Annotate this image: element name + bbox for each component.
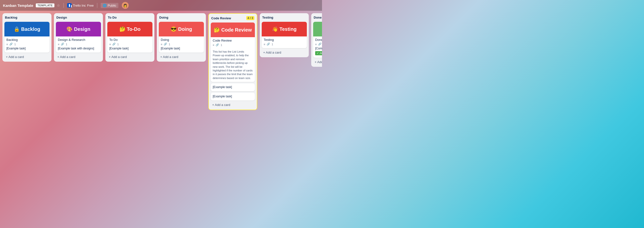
card-test-1[interactable]: 👋 TestingTesting≡🔗1: [262, 22, 307, 48]
lines-icon: ≡: [213, 44, 214, 46]
attachment-count: 1: [272, 43, 273, 46]
header: Kanban Template TEMPLATE ☆ Trello Inc Fr…: [0, 0, 322, 11]
card-cover-backlog-1: 🔒 Backlog: [4, 22, 50, 36]
card-body-cr-1: Code Review≡🔗1: [211, 37, 255, 49]
star-icon[interactable]: ☆: [57, 3, 60, 7]
column-doing: Doing😎 DoingDoing≡🔗1[Example task]+ Add …: [157, 13, 206, 62]
card-body-todo-1: To Do≡🔗1[Example task]: [107, 36, 152, 53]
visibility-label: Public: [108, 4, 116, 7]
add-card-button-testing[interactable]: + Add a card: [262, 50, 307, 55]
card-meta-todo-1: ≡🔗1: [109, 43, 150, 46]
card-body-cr-3: [Example task]: [211, 93, 255, 101]
lines-icon: ≡: [161, 43, 162, 46]
card-cr-2[interactable]: [Example task]: [211, 83, 255, 91]
paperclip-icon: 🔗: [216, 43, 219, 46]
card-desc-cr-1: This list has the List Limits Power-up e…: [211, 49, 255, 82]
column-header-testing: Testing: [262, 15, 307, 20]
add-card-button-done[interactable]: + Add a card: [313, 59, 322, 65]
card-cover-todo-1: 🤔 To-Do: [107, 22, 152, 36]
card-doing-1[interactable]: 😎 DoingDoing≡🔗1[Example task]: [159, 22, 204, 53]
card-cover-test-1: 👋 Testing: [262, 22, 307, 36]
card-name-todo-1: To Do: [109, 38, 150, 42]
lines-icon: ≡: [58, 43, 59, 46]
card-footer-done-1: [Completed task]: [315, 46, 322, 51]
workspace-info: Trello Inc Free: [67, 3, 94, 7]
card-meta-backlog-1: ≡🔗1: [6, 43, 48, 46]
card-body-test-1: Testing≡🔗1: [262, 36, 307, 48]
column-todo: To Do🤔 To-DoTo Do≡🔗1[Example task]+ Add …: [105, 13, 154, 62]
card-meta-doing-1: ≡🔗1: [161, 43, 202, 46]
column-header-design: Design: [56, 15, 101, 20]
card-cover-done-1: 🎉 Done: [313, 22, 322, 36]
column-title-doing: Doing: [159, 16, 168, 19]
card-design-1[interactable]: 🎨 DesignDesign & Research≡🔗1[Example tas…: [56, 22, 101, 53]
attachment-count: 1: [117, 43, 118, 46]
column-title-backlog: Backlog: [5, 16, 18, 19]
add-card-button-doing[interactable]: + Add a card: [159, 54, 204, 60]
board: Backlog🔒 BacklogBacklog≡🔗1[Example task]…: [0, 11, 322, 114]
trello-logo: [67, 3, 72, 7]
card-footer-cr-2: [Example task]: [213, 85, 253, 89]
card-todo-1[interactable]: 🤔 To-DoTo Do≡🔗1[Example task]: [107, 22, 152, 53]
card-footer-cr-3: [Example task]: [213, 94, 253, 99]
divider2: [97, 3, 97, 8]
card-body-backlog-1: Backlog≡🔗1[Example task]: [4, 36, 50, 53]
card-body-doing-1: Doing≡🔗1[Example task]: [159, 36, 204, 53]
card-footer-design-1: [Example task with designs]: [58, 46, 99, 51]
card-meta-design-1: ≡🔗1: [58, 43, 99, 46]
card-cover-design-1: 🎨 Design: [56, 22, 101, 36]
lines-icon: ≡: [315, 43, 316, 46]
column-title-testing: Testing: [262, 16, 273, 19]
paperclip-icon: 🔗: [61, 43, 64, 46]
column-done: Done 🎉🎉 DoneDone≡🔗2[Completed task]✓ Jan…: [311, 13, 322, 67]
card-cr-1[interactable]: 🤔 Code ReviewCode Review≡🔗1This list has…: [211, 22, 255, 82]
plan-badge: Free: [87, 4, 94, 7]
card-name-doing-1: Doing: [161, 38, 202, 42]
avatar[interactable]: 👩: [122, 2, 129, 9]
column-header-code-review: Code Review4 / 3: [211, 16, 255, 21]
card-body-design-1: Design & Research≡🔗1[Example task with d…: [56, 36, 101, 53]
attachment-count: 1: [66, 43, 67, 46]
card-body-done-1: Done≡🔗2[Completed task]✓ Jan 23: [313, 36, 322, 58]
card-name-cr-1: Code Review: [213, 39, 253, 42]
column-header-backlog: Backlog: [4, 15, 50, 20]
card-name-backlog-1: Backlog: [6, 38, 48, 42]
card-backlog-1[interactable]: 🔒 BacklogBacklog≡🔗1[Example task]: [4, 22, 50, 53]
card-cr-3[interactable]: [Example task]: [211, 93, 255, 101]
card-name-test-1: Testing: [264, 38, 305, 42]
card-footer-todo-1: [Example task]: [109, 46, 150, 51]
card-cover-cr-1: 🤔 Code Review: [211, 22, 255, 37]
card-cover-doing-1: 😎 Doing: [159, 22, 204, 36]
column-testing: Testing👋 TestingTesting≡🔗1+ Add a card: [260, 13, 309, 57]
column-title-code-review: Code Review: [211, 16, 231, 20]
column-header-doing: Doing: [159, 15, 204, 20]
paperclip-icon: 🔗: [318, 43, 322, 46]
lines-icon: ≡: [6, 43, 8, 46]
attachment-count: 1: [220, 44, 222, 46]
visibility-button[interactable]: 🌐 Public: [101, 3, 118, 8]
card-footer-backlog-1: [Example task]: [6, 46, 48, 51]
paperclip-icon: 🔗: [9, 43, 13, 46]
column-title-todo: To Do: [108, 16, 117, 19]
card-done-1[interactable]: 🎉 DoneDone≡🔗2[Completed task]✓ Jan 23: [313, 22, 322, 58]
add-card-button-todo[interactable]: + Add a card: [107, 54, 152, 60]
paperclip-icon: 🔗: [266, 43, 270, 46]
column-backlog: Backlog🔒 BacklogBacklog≡🔗1[Example task]…: [2, 13, 52, 62]
add-card-button-code-review[interactable]: + Add a card: [211, 102, 255, 108]
board-title: Kanban Template: [3, 3, 33, 7]
card-meta-done-1: ≡🔗2: [315, 43, 322, 46]
add-card-button-design[interactable]: + Add a card: [56, 54, 101, 60]
lines-icon: ≡: [264, 43, 265, 46]
paperclip-icon: 🔗: [164, 43, 167, 46]
add-card-button-backlog[interactable]: + Add a card: [4, 54, 50, 60]
lines-icon: ≡: [109, 43, 111, 46]
card-footer-doing-1: [Example task]: [161, 46, 202, 51]
card-meta-cr-1: ≡🔗1: [213, 43, 253, 46]
template-badge: TEMPLATE: [36, 3, 54, 7]
globe-icon: 🌐: [103, 4, 106, 7]
column-design: Design🎨 DesignDesign & Research≡🔗1[Examp…: [54, 13, 103, 62]
card-body-cr-2: [Example task]: [211, 83, 255, 91]
workspace-name: Trello Inc: [73, 4, 86, 7]
paperclip-icon: 🔗: [112, 43, 116, 46]
divider: [64, 3, 64, 8]
